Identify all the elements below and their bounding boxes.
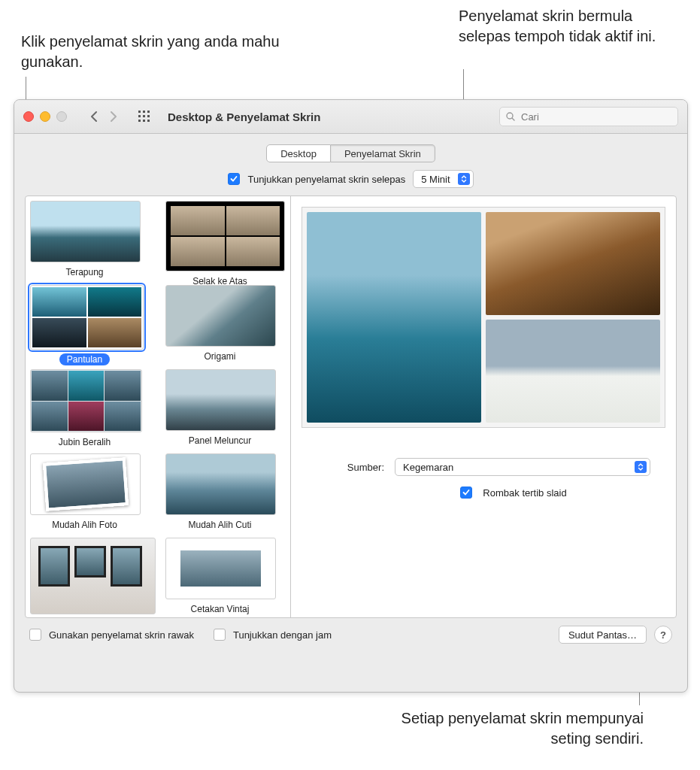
preview-image: [307, 212, 481, 423]
search-field[interactable]: [499, 107, 678, 126]
list-item-label: Panel Meluncur: [189, 435, 251, 446]
thumbnail: [165, 369, 276, 431]
tab-group: Desktop Penyelamat Skrin: [25, 144, 677, 162]
source-label: Sumber:: [324, 462, 384, 473]
screensaver-list[interactable]: Terapung Selak ke Atas Pantulan Origami …: [26, 196, 291, 617]
zoom-button: [56, 111, 67, 122]
svg-rect-5: [147, 115, 150, 117]
titlebar: Desktop & Penyelamat Skrin: [14, 100, 687, 134]
tab-screensaver[interactable]: Penyelamat Skrin: [331, 144, 435, 162]
svg-rect-6: [138, 120, 141, 122]
preview-image: [486, 320, 660, 423]
list-item[interactable]: Origami: [165, 285, 274, 369]
list-item-label: Mudah Alih Foto: [52, 520, 117, 530]
thumbnail: [165, 201, 285, 271]
svg-rect-2: [147, 111, 150, 113]
source-select[interactable]: Kegemaran: [395, 458, 650, 476]
shuffle-checkbox[interactable]: [460, 487, 472, 499]
list-item[interactable]: Dinding Foto: [30, 538, 139, 617]
svg-rect-3: [138, 115, 141, 117]
list-item-label: Pantulan: [59, 353, 110, 365]
list-item[interactable]: Mudah Alih Cuti: [165, 453, 274, 538]
forward-button[interactable]: [105, 108, 123, 126]
list-item-label: Mudah Alih Cuti: [188, 520, 251, 530]
show-all-button[interactable]: [138, 110, 151, 123]
minimize-button[interactable]: [40, 111, 50, 122]
preferences-window: Desktop & Penyelamat Skrin Desktop Penye…: [14, 99, 688, 693]
show-after-checkbox[interactable]: [228, 173, 240, 185]
svg-rect-8: [147, 120, 150, 122]
random-label: Gunakan penyelamat skrin rawak: [49, 629, 194, 641]
random-checkbox[interactable]: [29, 629, 41, 641]
window-title: Desktop & Penyelamat Skrin: [168, 111, 320, 123]
svg-rect-0: [138, 111, 141, 113]
chevron-updown-icon: [458, 173, 470, 185]
callout-text: Setiap penyelamat skrin mempunyai seting…: [358, 708, 644, 749]
help-button[interactable]: ?: [654, 626, 672, 644]
delay-select[interactable]: 5 Minit: [413, 170, 473, 188]
delay-value: 5 Minit: [421, 174, 450, 185]
thumbnail: [30, 369, 142, 432]
list-item-label: Jubin Beralih: [59, 437, 111, 447]
source-value: Kegemaran: [403, 462, 453, 473]
thumbnail: [30, 538, 156, 614]
thumbnail: [30, 453, 141, 515]
list-item[interactable]: Pantulan: [30, 285, 139, 369]
svg-rect-1: [143, 111, 145, 113]
list-item-label: Origami: [204, 351, 235, 362]
thumbnail: [165, 453, 276, 515]
clock-label: Tunjukkan dengan jam: [233, 629, 332, 641]
search-icon: [506, 112, 515, 121]
list-item-label: Terapung: [65, 267, 103, 277]
screensaver-preview[interactable]: [302, 207, 665, 428]
chevron-updown-icon: [635, 461, 647, 473]
svg-rect-7: [143, 120, 145, 122]
callout-text: Klik penyelamat skrin yang anda mahu gun…: [21, 32, 299, 72]
close-button[interactable]: [23, 111, 34, 122]
hot-corners-button[interactable]: Sudut Pantas…: [559, 626, 647, 644]
thumbnail: [165, 285, 276, 347]
list-item[interactable]: Jubin Beralih: [30, 369, 139, 453]
callout-text: Penyelamat skrin bermula selepas tempoh …: [459, 6, 684, 47]
list-item[interactable]: Terapung: [30, 201, 139, 285]
preview-image: [486, 212, 660, 315]
thumbnail: [30, 201, 141, 262]
footer: Gunakan penyelamat skrin rawak Tunjukkan…: [25, 618, 677, 644]
thumbnail: [165, 538, 276, 599]
clock-checkbox[interactable]: [214, 629, 226, 641]
list-item-label: Cetakan Vintaj: [191, 604, 250, 614]
thumbnail: [30, 285, 144, 350]
window-controls: [23, 111, 67, 122]
preview-pane: Sumber: Kegemaran Rombak tertib slaid: [291, 196, 676, 617]
list-item[interactable]: Mudah Alih Foto: [30, 453, 139, 538]
back-button[interactable]: [85, 108, 103, 126]
list-item[interactable]: Panel Meluncur: [165, 369, 274, 453]
svg-rect-4: [143, 115, 145, 117]
svg-line-10: [512, 118, 514, 120]
search-input[interactable]: [520, 111, 671, 123]
tab-desktop[interactable]: Desktop: [266, 144, 331, 162]
shuffle-label: Rombak tertib slaid: [483, 487, 566, 499]
show-after-label: Tunjukkan penyelamat skrin selepas: [247, 174, 405, 185]
list-item[interactable]: Selak ke Atas: [165, 201, 274, 285]
list-item[interactable]: Cetakan Vintaj: [165, 538, 274, 617]
